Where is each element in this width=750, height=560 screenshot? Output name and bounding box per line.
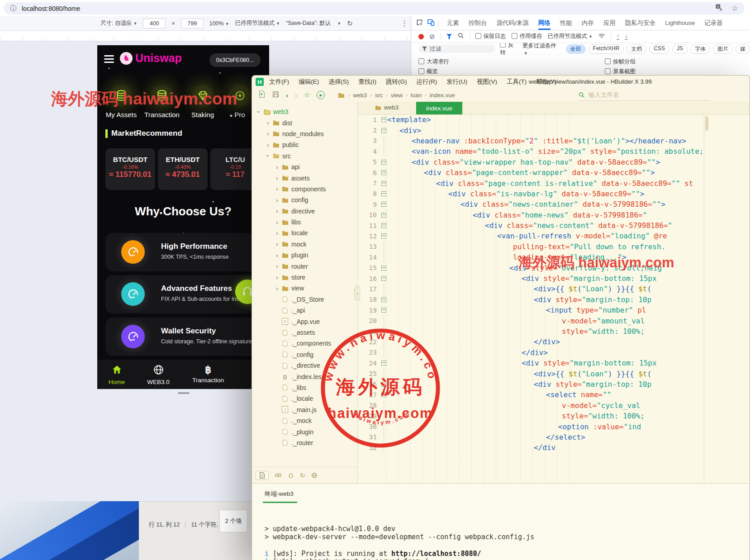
- device-size-select[interactable]: 尺寸: 自适应▼: [100, 19, 137, 27]
- tree-item-dist[interactable]: ›dist: [252, 117, 357, 128]
- tree-chevron-icon[interactable]: ›: [265, 119, 271, 126]
- tree-item-plugin[interactable]: ›plugin: [252, 250, 357, 261]
- tree-item-api[interactable]: ›api: [252, 161, 357, 172]
- tree-item-._plugin[interactable]: ._plugin: [252, 426, 357, 437]
- tree-item-._DS_Store[interactable]: ._DS_Store: [252, 294, 357, 305]
- rotate-icon[interactable]: ↻: [347, 19, 353, 28]
- tree-chevron-icon[interactable]: ›: [274, 197, 280, 204]
- tree-item-store[interactable]: ›store: [252, 272, 357, 283]
- terminal-output[interactable]: > update-webpack4-hcwl@1.0.0 dev> webpac…: [265, 484, 750, 560]
- fold-marker[interactable]: [380, 210, 387, 220]
- fold-marker[interactable]: [380, 178, 387, 188]
- throttle-dropdown[interactable]: 已停用节流模式▼: [548, 33, 593, 40]
- sync-tab-icon[interactable]: ↻: [300, 472, 305, 479]
- tree-chevron-icon[interactable]: ›: [274, 285, 280, 292]
- wallet-address-button[interactable]: 0x3CbFE080...: [209, 53, 261, 67]
- pro-icon[interactable]: [228, 84, 252, 107]
- tree-item-components[interactable]: ›components: [252, 184, 357, 195]
- forward-icon[interactable]: ›: [295, 91, 297, 99]
- viewport-width-input[interactable]: 400: [143, 19, 166, 28]
- tree-item-router[interactable]: ›router: [252, 261, 357, 271]
- tree-chevron-icon[interactable]: ›: [265, 152, 271, 159]
- record-icon[interactable]: [418, 34, 424, 39]
- tree-chevron-icon[interactable]: ›: [274, 185, 280, 192]
- search-tab-icon[interactable]: [275, 472, 282, 478]
- tree-item-directive[interactable]: ›directive: [252, 206, 357, 217]
- filter-chip-文档[interactable]: 文档: [627, 44, 646, 54]
- page-scroll-handle[interactable]: [178, 392, 190, 394]
- address-bar[interactable]: ⓘ localhost:8080/home 文A ☆: [4, 2, 745, 14]
- throttle-select[interactable]: 已停用节流模式▼: [235, 19, 280, 27]
- filter-chip-JS[interactable]: JS: [672, 44, 688, 54]
- sidebar-collapse-handle[interactable]: ‹: [354, 286, 361, 300]
- save-data-select[interactable]: “Save-Data”: 默认▼: [286, 19, 341, 27]
- menu-视图(V)[interactable]: 视图(V): [477, 78, 497, 86]
- run-icon[interactable]: ▶: [317, 91, 325, 99]
- tree-chevron-icon[interactable]: ›: [274, 164, 280, 171]
- devtools-tab-隐私与安全[interactable]: 隐私与安全: [625, 16, 656, 30]
- fold-marker[interactable]: [380, 231, 387, 241]
- import-har-icon[interactable]: ↑: [617, 33, 619, 40]
- devtools-tab-Lighthouse[interactable]: Lighthouse: [665, 16, 695, 30]
- tab-transaction[interactable]: ฿ Transaction: [190, 364, 226, 384]
- invert-checkbox[interactable]: 反转: [500, 43, 517, 55]
- favorite-star-icon[interactable]: ☆: [304, 91, 310, 99]
- viewport-height-input[interactable]: 799: [181, 19, 204, 28]
- debug-tab-icon[interactable]: [288, 472, 294, 479]
- code-editor[interactable]: web3 index.vue 1 <template>2 <div>3 <hea…: [358, 102, 750, 483]
- filter-chip-字体[interactable]: 字体: [690, 44, 710, 54]
- disable-cache-checkbox[interactable]: 停用缓存: [512, 33, 542, 40]
- big-request-rows-checkbox[interactable]: 大请求行: [418, 58, 605, 66]
- editor-scrollbar-thumb[interactable]: [705, 116, 708, 131]
- market-card[interactable]: ETH/USDT-0.43%≈ 4735.01: [158, 148, 208, 190]
- app-logo[interactable]: ♞ Uniswap: [120, 52, 182, 65]
- tree-item-._locale[interactable]: ._locale: [252, 393, 357, 404]
- group-by-frame-checkbox[interactable]: 按帧分组: [605, 58, 636, 66]
- fold-marker[interactable]: [380, 167, 387, 178]
- tree-item-node_modules[interactable]: ›node_modules: [252, 128, 357, 139]
- file-search-input[interactable]: 输入文件名: [579, 90, 710, 101]
- screenshots-checkbox[interactable]: 屏幕截图: [605, 68, 636, 76]
- devtools-tab-网络[interactable]: 网络: [538, 16, 551, 30]
- tree-chevron-icon[interactable]: ›: [274, 263, 280, 270]
- breadcrumb-item-loan[interactable]: loan: [411, 92, 422, 99]
- export-har-icon[interactable]: ↓: [625, 33, 627, 40]
- devtools-tab-性能[interactable]: 性能: [560, 16, 572, 30]
- clear-icon[interactable]: ⊘: [429, 33, 435, 40]
- tree-chevron-icon[interactable]: ›: [274, 219, 280, 226]
- fold-marker[interactable]: [380, 189, 387, 199]
- menu-发行(U)[interactable]: 发行(U): [446, 78, 467, 86]
- menu-选择(S)[interactable]: 选择(S): [328, 78, 349, 86]
- tree-item-src[interactable]: ›src: [252, 151, 357, 161]
- filter-chip-CSS[interactable]: CSS: [649, 44, 669, 54]
- feature-card[interactable]: Wallet Security Cold storage. Tier-2 off…: [105, 318, 265, 356]
- menu-编辑(E)[interactable]: 编辑(E): [299, 78, 319, 86]
- my-assets-icon[interactable]: [109, 84, 133, 107]
- devtools-tab-源代码/来源[interactable]: 源代码/来源: [497, 16, 529, 30]
- code-area[interactable]: 1 <template>2 <div>3 <header-nav :backIc…: [358, 114, 704, 483]
- filter-toggle-icon[interactable]: [446, 34, 452, 39]
- menu-查找(I)[interactable]: 查找(I): [358, 78, 376, 86]
- fold-marker[interactable]: [380, 294, 387, 305]
- fold-marker[interactable]: [380, 262, 387, 273]
- tree-chevron-icon[interactable]: ›: [274, 252, 280, 259]
- filter-chip-媒[interactable]: 媒: [736, 44, 750, 54]
- quick-label[interactable]: Transaction: [140, 111, 184, 119]
- fold-marker[interactable]: [380, 389, 387, 400]
- filter-chip-全部[interactable]: 全部: [566, 44, 586, 54]
- tree-chevron-icon[interactable]: ›: [256, 109, 262, 115]
- more-filters-dropdown[interactable]: 更多过滤条件▼: [522, 43, 559, 55]
- tree-item-._assets[interactable]: ._assets: [252, 327, 357, 338]
- tab-home[interactable]: Home: [99, 364, 135, 385]
- tree-item-config[interactable]: ›config: [252, 195, 357, 205]
- transaction-icon[interactable]: [150, 84, 174, 107]
- fold-marker[interactable]: [380, 273, 387, 284]
- staking-icon[interactable]: [191, 84, 214, 107]
- tree-chevron-icon[interactable]: ›: [274, 208, 280, 214]
- tree-chevron-icon[interactable]: ›: [274, 274, 280, 281]
- menu-运行(R)[interactable]: 运行(R): [417, 78, 437, 86]
- save-icon[interactable]: [272, 91, 279, 100]
- fold-marker[interactable]: [380, 220, 387, 231]
- bookmark-star-icon[interactable]: ☆: [731, 4, 738, 13]
- devtools-tab-控制台[interactable]: 控制台: [469, 16, 487, 30]
